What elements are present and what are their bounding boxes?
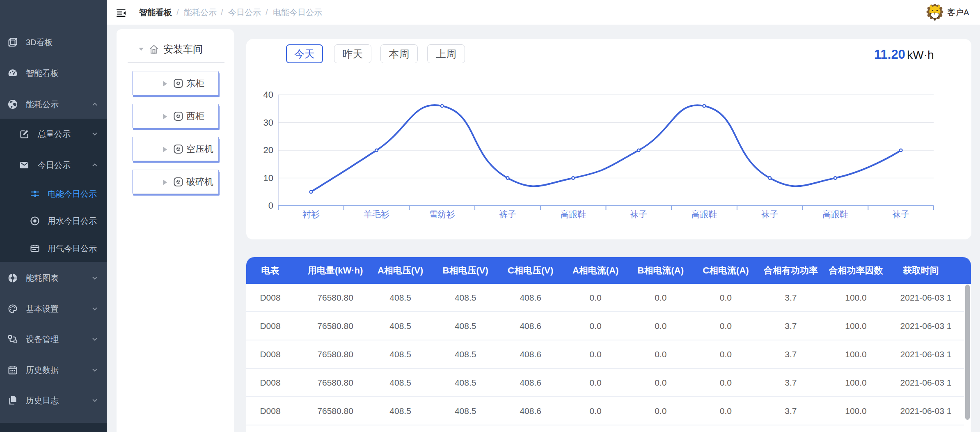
svg-text:30: 30 <box>263 117 273 128</box>
svg-text:40: 40 <box>263 90 273 100</box>
svg-text:衬衫: 衬衫 <box>302 209 320 219</box>
svg-text:袜子: 袜子 <box>892 209 909 219</box>
svg-text:袜子: 袜子 <box>630 209 647 219</box>
svg-text:裤子: 裤子 <box>499 209 516 219</box>
svg-text:高跟鞋: 高跟鞋 <box>560 209 586 219</box>
svg-text:10: 10 <box>263 173 273 183</box>
svg-text:0: 0 <box>268 200 273 211</box>
svg-text:雪纺衫: 雪纺衫 <box>429 209 455 219</box>
svg-text:20: 20 <box>263 145 273 155</box>
svg-text:高跟鞋: 高跟鞋 <box>691 209 717 219</box>
svg-text:羊毛衫: 羊毛衫 <box>364 209 389 219</box>
svg-text:高跟鞋: 高跟鞋 <box>822 209 848 219</box>
svg-text:袜子: 袜子 <box>761 209 779 219</box>
